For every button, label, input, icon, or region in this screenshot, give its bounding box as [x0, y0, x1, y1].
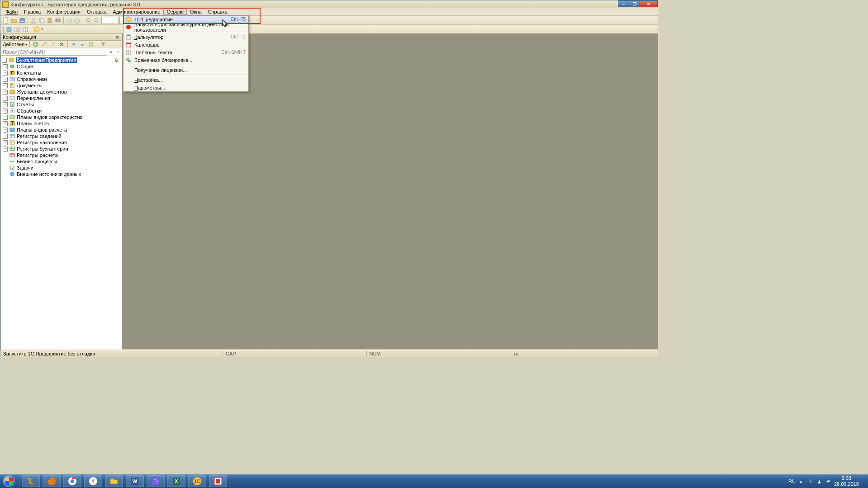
- actions-dropdown[interactable]: Действия▾: [3, 42, 27, 47]
- tree-item-common[interactable]: +Общие: [1, 63, 122, 70]
- move-up-icon[interactable]: [70, 41, 77, 48]
- dropdown-arrow-icon[interactable]: ▾: [41, 27, 43, 31]
- close-button[interactable]: ✕: [640, 0, 658, 7]
- taskbar-item-1c[interactable]: 1C: [188, 475, 206, 487]
- tree-item-tasks[interactable]: Задачи: [1, 165, 122, 171]
- tree-item-processors[interactable]: +Обработки: [1, 108, 122, 114]
- tray-lang[interactable]: RU: [789, 478, 795, 484]
- tree-item-plans-calc[interactable]: +Планы видов расчета: [1, 127, 122, 133]
- menu-item[interactable]: Временная блокировка...: [123, 56, 248, 64]
- menu-windows[interactable]: Окна: [187, 9, 205, 15]
- expand-icon[interactable]: +: [3, 96, 8, 101]
- toolbar-search-input[interactable]: [101, 17, 119, 24]
- new-file-icon[interactable]: [2, 17, 9, 24]
- tray-network-icon[interactable]: [816, 478, 822, 484]
- menu-item[interactable]: Настройка...: [123, 76, 248, 84]
- open-icon[interactable]: [10, 17, 18, 24]
- expand-icon[interactable]: −: [2, 58, 7, 63]
- redo-icon[interactable]: [74, 17, 81, 24]
- expand-icon[interactable]: +: [3, 109, 8, 114]
- expand-icon[interactable]: +: [3, 134, 8, 139]
- tree-item-external[interactable]: Внешние источники данных: [1, 171, 122, 177]
- tree-item-enums[interactable]: +Перечисления: [1, 95, 122, 101]
- expand-icon[interactable]: +: [3, 121, 8, 126]
- taskbar-item-word[interactable]: W: [126, 475, 144, 487]
- tray-clock[interactable]: 9:33 26.09.2018: [834, 475, 859, 487]
- copy-icon[interactable]: [38, 17, 45, 24]
- menu-item[interactable]: Календарь: [123, 41, 248, 48]
- menu-item[interactable]: Шаблоны текстаCtrl+Shift+T: [123, 48, 248, 56]
- tree-item-reports[interactable]: +Отчеты: [1, 101, 122, 108]
- tree-item-reg-account[interactable]: +Регистры бухгалтерии: [1, 146, 122, 152]
- show-desktop-button[interactable]: [862, 475, 865, 487]
- tree-item-constants[interactable]: +πКонстанты: [1, 70, 122, 76]
- taskbar-item-viber[interactable]: [147, 475, 165, 487]
- db-icon[interactable]: [5, 26, 13, 33]
- tray-show-hidden-icon[interactable]: ▴: [798, 478, 804, 484]
- sort-icon[interactable]: [87, 41, 95, 48]
- move-down-icon[interactable]: [79, 41, 86, 48]
- find-icon[interactable]: [85, 17, 92, 24]
- taskbar-item-screenshot[interactable]: [209, 475, 227, 487]
- tree-item-plans-acc[interactable]: +TПланы счетов: [1, 120, 122, 127]
- menu-item[interactable]: КалькуляторCtrl+F2: [123, 33, 248, 41]
- titlebar[interactable]: Конфигуратор - Бухгалтерия предприятия, …: [0, 0, 658, 8]
- table-icon[interactable]: [22, 26, 29, 33]
- menu-item[interactable]: Получение лицензии...: [123, 66, 248, 74]
- expand-icon[interactable]: +: [3, 147, 8, 152]
- menu-edit[interactable]: Правка: [21, 9, 44, 15]
- list-icon[interactable]: [14, 26, 21, 33]
- tree-item-catalogs[interactable]: +Справочники: [1, 76, 122, 82]
- tree-item-journals[interactable]: +Журналы документов: [1, 89, 122, 95]
- menu-administration[interactable]: Администрирование: [110, 9, 164, 15]
- taskbar-item-excel[interactable]: X: [167, 475, 185, 487]
- tree-item-bp[interactable]: Бизнес-процессы: [1, 158, 122, 165]
- expand-icon[interactable]: +: [3, 115, 8, 120]
- start-button[interactable]: [0, 474, 18, 488]
- panel-close-button[interactable]: ✕: [114, 34, 120, 40]
- tree-item-documents[interactable]: +Документы: [1, 82, 122, 89]
- taskbar-item-explorer[interactable]: [105, 475, 123, 487]
- expand-icon[interactable]: +: [3, 83, 8, 88]
- tree-item-plans-char[interactable]: +Планы видов характеристик: [1, 114, 122, 120]
- expand-icon[interactable]: +: [3, 71, 8, 76]
- taskbar-item-firefox[interactable]: [43, 475, 61, 487]
- taskbar-item-chrome[interactable]: [63, 475, 81, 487]
- run-icon[interactable]: [33, 26, 40, 33]
- paste-icon[interactable]: [46, 17, 53, 24]
- menu-service[interactable]: Сервис: [163, 9, 187, 15]
- expand-icon[interactable]: +: [3, 128, 8, 133]
- undo-icon[interactable]: [66, 17, 73, 24]
- filter-icon[interactable]: [100, 41, 107, 48]
- cut-icon[interactable]: [30, 17, 37, 24]
- tray-volume-icon[interactable]: [825, 478, 831, 484]
- tree-item-reg-accum[interactable]: +Регистры накопления: [1, 139, 122, 146]
- zoom-icon[interactable]: [93, 17, 100, 24]
- add-icon[interactable]: [32, 41, 39, 48]
- tree-root[interactable]: − БухгалтерияПредприятия 🔒: [1, 57, 122, 63]
- taskbar-item-winamp[interactable]: [22, 475, 40, 487]
- taskbar-item-yandex[interactable]: Y: [84, 475, 102, 487]
- print-icon[interactable]: [54, 17, 62, 24]
- menu-item[interactable]: Запустить для записи журнала действий по…: [123, 23, 248, 31]
- expand-icon[interactable]: +: [3, 102, 8, 107]
- wand-icon[interactable]: [49, 41, 57, 48]
- panel-search-input[interactable]: [1, 49, 107, 56]
- save-icon[interactable]: [19, 17, 26, 24]
- expand-icon[interactable]: +: [3, 77, 8, 82]
- menu-help[interactable]: Справка: [205, 9, 231, 15]
- edit-icon[interactable]: [41, 41, 48, 48]
- expand-icon[interactable]: +: [3, 90, 8, 95]
- menu-item[interactable]: Параметры...: [123, 84, 248, 91]
- expand-icon[interactable]: +: [3, 64, 8, 69]
- expand-icon[interactable]: +: [3, 140, 8, 145]
- tray-jdownload-icon[interactable]: [807, 478, 813, 484]
- minimize-button[interactable]: ─: [618, 0, 629, 7]
- search-dropdown-icon[interactable]: ▾: [115, 49, 121, 55]
- tree-item-reg-info[interactable]: +Регистры сведений: [1, 133, 122, 139]
- delete-icon[interactable]: [58, 41, 65, 48]
- menu-file[interactable]: Файл: [2, 9, 21, 15]
- menu-configuration[interactable]: Конфигурация: [44, 9, 84, 15]
- clear-search-icon[interactable]: ✕: [108, 49, 114, 55]
- menu-debug[interactable]: Отладка: [84, 9, 109, 15]
